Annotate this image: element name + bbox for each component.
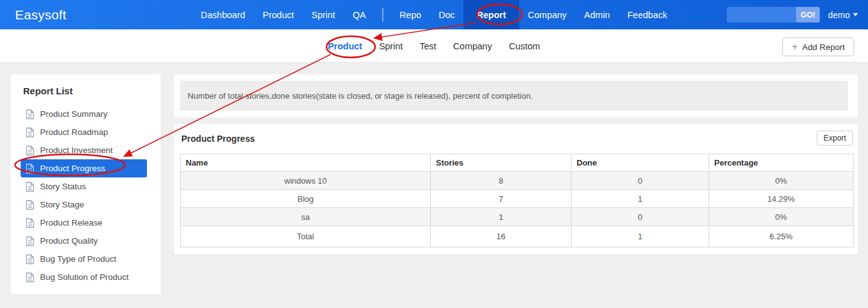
report-description-panel: Number of total stories,done stories(sta… [174, 74, 858, 117]
nav-item-report[interactable]: Report [463, 0, 519, 29]
column-header-name: Name [181, 154, 431, 172]
nav-item-dashboard[interactable]: Dashboard [192, 0, 254, 29]
table-row: Total1616.25% [181, 226, 854, 247]
table-cell: 1 [572, 226, 709, 247]
nav-item-repo[interactable]: Repo [391, 0, 430, 29]
sidebar-item-product-summary[interactable]: Product Summary [11, 105, 161, 123]
tab-custom[interactable]: Custom [509, 41, 540, 51]
document-icon [26, 146, 34, 156]
table-cell: 0% [709, 208, 854, 226]
nav-item-doc[interactable]: Doc [430, 0, 464, 29]
search-input[interactable] [727, 10, 796, 19]
plus-icon: + [792, 42, 797, 52]
tab-product[interactable]: Product [328, 41, 362, 51]
sidebar-item-product-roadmap[interactable]: Product Roadmap [11, 123, 161, 141]
report-list-panel: Report List Product SummaryProduct Roadm… [11, 74, 161, 294]
add-report-button[interactable]: + Add Report [782, 37, 854, 56]
user-name: demo [828, 10, 850, 20]
sidebar-item-bug-solution-of-product[interactable]: Bug Solution of Product [11, 268, 161, 286]
table-header-row: Name Stories Done Percentage [181, 154, 854, 172]
table-cell: 0 [572, 172, 709, 190]
sidebar-item-label: Bug Solution of Product [40, 272, 129, 282]
user-menu[interactable]: demo [828, 10, 858, 20]
column-header-percentage: Percentage [709, 154, 854, 172]
column-header-stories: Stories [431, 154, 572, 172]
panel-title: Product Progress [181, 134, 255, 144]
report-tabs: Product Sprint Test Company Custom [328, 29, 540, 62]
app-logo[interactable]: Easysoft [15, 0, 66, 29]
product-progress-table: Name Stories Done Percentage windows 108… [180, 154, 854, 247]
sidebar-item-product-release[interactable]: Product Release [11, 214, 161, 232]
sidebar-item-product-progress[interactable]: Product Progress [21, 159, 147, 177]
sidebar-item-label: Product Summary [40, 109, 108, 119]
sidebar-item-product-quality[interactable]: Product Quality [11, 232, 161, 250]
top-navbar: Easysoft Dashboard Product Sprint QA Rep… [0, 0, 868, 29]
sidebar-item-story-status[interactable]: Story Status [11, 177, 161, 196]
report-list-title: Report List [23, 86, 161, 96]
table-row: windows 10800% [181, 172, 854, 190]
document-icon [26, 272, 34, 282]
report-subnav: Product Sprint Test Company Custom [0, 29, 868, 62]
chevron-down-icon [853, 13, 858, 16]
add-report-label: Add Report [802, 42, 845, 52]
table-cell: 16 [431, 226, 572, 247]
document-icon [26, 164, 34, 174]
sidebar-item-bug-type-of-product[interactable]: Bug Type of Product [11, 250, 161, 268]
sidebar-item-story-stage[interactable]: Story Stage [11, 196, 161, 214]
document-icon [26, 236, 34, 246]
table-cell: sa [181, 208, 431, 226]
column-header-done: Done [572, 154, 709, 172]
product-progress-panel: Product Progress Export Name Stories Don… [174, 124, 858, 254]
table-cell: 14.29% [709, 190, 854, 208]
report-list: Product SummaryProduct RoadmapProduct In… [11, 105, 161, 286]
nav-item-sprint[interactable]: Sprint [303, 0, 344, 29]
sidebar-item-label: Product Investment [40, 146, 113, 155]
document-icon [26, 200, 34, 210]
table-cell: 1 [572, 190, 709, 208]
document-icon [26, 218, 34, 228]
sidebar-item-label: Product Release [40, 218, 103, 227]
table-row: sa100% [181, 208, 854, 226]
table-cell: windows 10 [181, 172, 431, 190]
search-go-button[interactable]: GO! [796, 7, 820, 22]
report-description: Number of total stories,done stories(sta… [180, 81, 848, 111]
sidebar-item-label: Story Stage [40, 200, 84, 209]
table-cell: 0% [709, 172, 854, 190]
table-cell: Blog [181, 190, 431, 208]
navbar-right-controls: GO! demo [727, 0, 858, 29]
sidebar-item-label: Product Roadmap [40, 127, 108, 137]
search-box: GO! [727, 7, 820, 22]
table-cell: 6.25% [709, 226, 854, 247]
table-cell: Total [181, 226, 431, 247]
nav-item-company[interactable]: Company [519, 0, 575, 29]
document-icon [26, 127, 34, 137]
sidebar-item-label: Product Progress [40, 164, 105, 173]
sidebar-item-product-investment[interactable]: Product Investment [11, 141, 161, 159]
table-cell: 7 [431, 190, 572, 208]
table-cell: 0 [572, 208, 709, 226]
tab-sprint[interactable]: Sprint [379, 41, 403, 51]
table-row: Blog7114.29% [181, 190, 854, 208]
export-button[interactable]: Export [817, 131, 853, 146]
table-cell: 8 [431, 172, 572, 190]
document-icon [26, 254, 34, 264]
sidebar-item-label: Product Quality [40, 236, 98, 246]
tab-company[interactable]: Company [453, 41, 492, 51]
nav-item-qa[interactable]: QA [344, 0, 375, 29]
table-body: windows 10800%Blog7114.29%sa100%Total161… [181, 172, 854, 247]
document-icon [26, 182, 34, 192]
main-nav: Dashboard Product Sprint QA Repo Doc Rep… [192, 0, 676, 29]
nav-divider [382, 8, 383, 22]
nav-item-admin[interactable]: Admin [575, 0, 618, 29]
sidebar-item-label: Bug Type of Product [40, 254, 116, 264]
nav-item-feedback[interactable]: Feedback [618, 0, 676, 29]
table-cell: 1 [431, 208, 572, 226]
nav-item-product[interactable]: Product [254, 0, 303, 29]
sidebar-item-label: Story Status [40, 182, 86, 191]
tab-test[interactable]: Test [420, 41, 437, 51]
document-icon [26, 109, 34, 119]
